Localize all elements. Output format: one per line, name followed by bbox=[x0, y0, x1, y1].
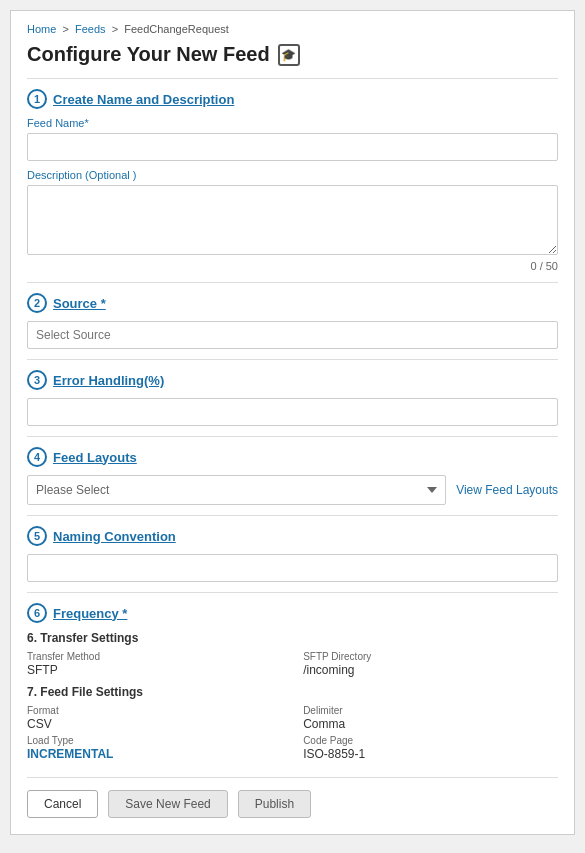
format-value: CSV bbox=[27, 717, 282, 731]
section-6-title[interactable]: Frequency * bbox=[53, 606, 127, 621]
feed-file-settings: 7. Feed File Settings Format CSV Delimit… bbox=[27, 685, 558, 761]
section-3-number: 3 bbox=[27, 370, 47, 390]
feed-layouts-select-wrapper: Please Select View Feed Layouts bbox=[27, 475, 558, 505]
section-5-header: 5 Naming Convention bbox=[27, 526, 558, 546]
section-error-handling: 3 Error Handling(%) bbox=[27, 370, 558, 426]
code-page-col: Code Page ISO-8859-1 bbox=[303, 735, 558, 761]
section-3-header: 3 Error Handling(%) bbox=[27, 370, 558, 390]
code-page-value: ISO-8859-1 bbox=[303, 747, 558, 761]
feed-name-label: Feed Name* bbox=[27, 117, 558, 129]
sftp-directory-col: SFTP Directory /incoming bbox=[303, 651, 558, 677]
page-title-icon: 🎓 bbox=[278, 44, 300, 66]
section-6-number: 6 bbox=[27, 603, 47, 623]
transfer-method-col: Transfer Method SFTP bbox=[27, 651, 282, 677]
section-frequency: 6 Frequency * 6. Transfer Settings Trans… bbox=[27, 603, 558, 761]
section-1-header: 1 Create Name and Description bbox=[27, 89, 558, 109]
breadcrumb-feeds[interactable]: Feeds bbox=[75, 23, 106, 35]
section-feed-layouts: 4 Feed Layouts Please Select View Feed L… bbox=[27, 447, 558, 505]
load-type-label: Load Type bbox=[27, 735, 282, 746]
section2-divider bbox=[27, 359, 558, 360]
section-2-number: 2 bbox=[27, 293, 47, 313]
section-4-header: 4 Feed Layouts bbox=[27, 447, 558, 467]
sftp-directory-label: SFTP Directory bbox=[303, 651, 558, 662]
page-title-area: Configure Your New Feed 🎓 bbox=[27, 43, 558, 66]
breadcrumb-current: FeedChangeRequest bbox=[124, 23, 229, 35]
source-input[interactable] bbox=[27, 321, 558, 349]
format-col: Format CSV bbox=[27, 705, 282, 731]
load-type-col: Load Type INCREMENTAL bbox=[27, 735, 282, 761]
publish-button[interactable]: Publish bbox=[238, 790, 311, 818]
load-type-value: INCREMENTAL bbox=[27, 747, 282, 761]
cancel-button[interactable]: Cancel bbox=[27, 790, 98, 818]
naming-convention-input[interactable] bbox=[27, 554, 558, 582]
section-1-title[interactable]: Create Name and Description bbox=[53, 92, 234, 107]
section-4-number: 4 bbox=[27, 447, 47, 467]
section-4-title[interactable]: Feed Layouts bbox=[53, 450, 137, 465]
transfer-settings-title: 6. Transfer Settings bbox=[27, 631, 558, 645]
transfer-method-label: Transfer Method bbox=[27, 651, 282, 662]
section-create-name: 1 Create Name and Description Feed Name*… bbox=[27, 89, 558, 272]
feed-file-settings-title: 7. Feed File Settings bbox=[27, 685, 558, 699]
page-wrapper: Home > Feeds > FeedChangeRequest Configu… bbox=[10, 10, 575, 835]
delimiter-label: Delimiter bbox=[303, 705, 558, 716]
section5-divider bbox=[27, 592, 558, 593]
section-5-number: 5 bbox=[27, 526, 47, 546]
breadcrumb-home[interactable]: Home bbox=[27, 23, 56, 35]
format-label: Format bbox=[27, 705, 282, 716]
section-1-number: 1 bbox=[27, 89, 47, 109]
feed-name-input[interactable] bbox=[27, 133, 558, 161]
section-5-title[interactable]: Naming Convention bbox=[53, 529, 176, 544]
section4-divider bbox=[27, 515, 558, 516]
title-divider bbox=[27, 78, 558, 79]
section-3-title[interactable]: Error Handling(%) bbox=[53, 373, 164, 388]
section-2-title[interactable]: Source * bbox=[53, 296, 106, 311]
transfer-method-row: Transfer Method SFTP SFTP Directory /inc… bbox=[27, 651, 558, 677]
section3-divider bbox=[27, 436, 558, 437]
sftp-directory-value: /incoming bbox=[303, 663, 558, 677]
section-source: 2 Source * bbox=[27, 293, 558, 349]
description-label: Description (Optional ) bbox=[27, 169, 558, 181]
error-handling-input[interactable] bbox=[27, 398, 558, 426]
page-title-text: Configure Your New Feed bbox=[27, 43, 270, 66]
view-feed-layouts-link[interactable]: View Feed Layouts bbox=[456, 483, 558, 497]
delimiter-col: Delimiter Comma bbox=[303, 705, 558, 731]
section-6-header: 6 Frequency * bbox=[27, 603, 558, 623]
delimiter-value: Comma bbox=[303, 717, 558, 731]
footer-buttons: Cancel Save New Feed Publish bbox=[27, 777, 558, 818]
feed-layouts-select[interactable]: Please Select bbox=[27, 475, 446, 505]
char-count: 0 / 50 bbox=[27, 260, 558, 272]
transfer-method-value: SFTP bbox=[27, 663, 282, 677]
transfer-settings: 6. Transfer Settings Transfer Method SFT… bbox=[27, 631, 558, 677]
load-codepage-row: Load Type INCREMENTAL Code Page ISO-8859… bbox=[27, 735, 558, 761]
description-textarea[interactable] bbox=[27, 185, 558, 255]
section-naming-convention: 5 Naming Convention bbox=[27, 526, 558, 582]
format-delimiter-row: Format CSV Delimiter Comma bbox=[27, 705, 558, 731]
section-2-header: 2 Source * bbox=[27, 293, 558, 313]
save-button[interactable]: Save New Feed bbox=[108, 790, 227, 818]
code-page-label: Code Page bbox=[303, 735, 558, 746]
section1-divider bbox=[27, 282, 558, 283]
breadcrumb: Home > Feeds > FeedChangeRequest bbox=[27, 23, 558, 35]
